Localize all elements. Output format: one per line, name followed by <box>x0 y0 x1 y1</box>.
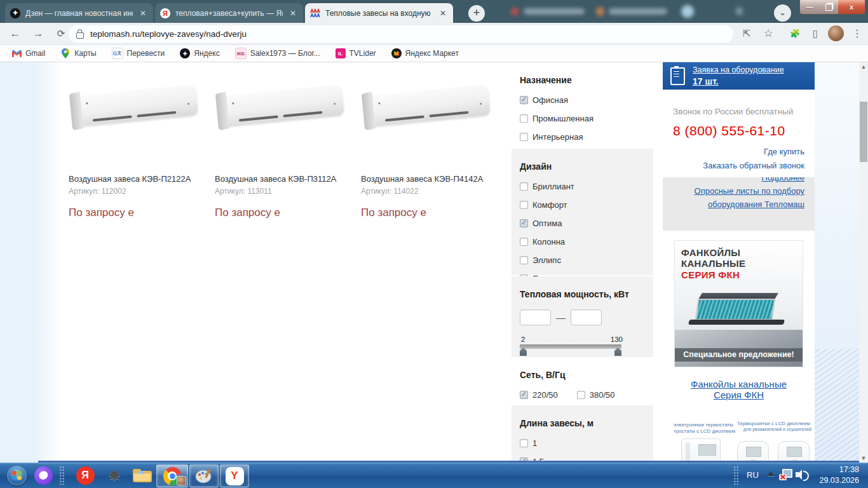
fancoil-series-link[interactable]: Фанкойлы канальные Серия ФКН <box>663 379 815 400</box>
equipment-request-panel[interactable]: Заявка на оборудование 17 шт. <box>663 62 815 90</box>
reload-button[interactable]: ⟳ <box>53 26 69 41</box>
tray-clock[interactable]: 17:38 29.03.2026 <box>813 464 859 486</box>
checkbox-icon[interactable] <box>520 219 528 227</box>
checkbox-icon[interactable] <box>520 391 528 399</box>
new-tab-button[interactable]: + <box>468 5 485 22</box>
blurred-item-icon[interactable] <box>681 5 694 18</box>
show-hidden-icons-arrow[interactable] <box>767 471 775 476</box>
bookmark-translate[interactable]: G文 Перевести <box>112 48 165 59</box>
menu-kebab-button[interactable]: ⋮ <box>849 26 865 41</box>
filter-option[interactable]: Комфорт <box>520 200 647 210</box>
language-indicator[interactable]: RU <box>747 463 759 488</box>
product-card[interactable]: Воздушная завеса КЭВ-П2122А Артикул: 112… <box>69 67 210 219</box>
filter-option[interactable]: Промышленная <box>520 114 647 123</box>
checkbox-icon[interactable] <box>520 256 528 264</box>
bookmark-star-button[interactable]: ☆ <box>760 26 776 41</box>
filter-option[interactable]: 380/50 <box>577 390 615 400</box>
side-panel-button[interactable]: ▯ <box>807 26 824 41</box>
filter-option[interactable]: Интерьерная <box>520 132 647 142</box>
taskbar-yandex-browser-button[interactable]: Y <box>220 464 249 487</box>
bookmark-tvlider[interactable]: IL TVLider <box>336 48 376 58</box>
checkbox-icon[interactable] <box>520 238 528 246</box>
tab-close-icon[interactable]: ✕ <box>138 8 148 18</box>
address-bar[interactable]: teplomash.ru/teplovye-zavesy/nad-dverju <box>69 25 733 43</box>
slider-handle-max[interactable] <box>614 348 621 356</box>
callback-link[interactable]: Заказать обратный звонок <box>673 161 804 170</box>
network-error-icon[interactable]: ✕ <box>780 469 792 479</box>
checkbox-icon[interactable] <box>520 96 528 104</box>
checkbox-icon[interactable] <box>520 439 528 447</box>
close-button[interactable]: x <box>838 0 865 14</box>
scrollbar-thumb[interactable] <box>860 102 867 162</box>
filter-option[interactable]: Эллипс <box>520 255 647 265</box>
power-min-input[interactable] <box>520 309 551 325</box>
blurred-item-icon[interactable] <box>596 7 604 16</box>
bookmark-yandex-market[interactable]: M Яндекс Маркет <box>391 48 459 58</box>
checkbox-icon[interactable] <box>520 133 528 141</box>
checkbox-icon[interactable] <box>520 182 528 191</box>
url-text[interactable]: teplomash.ru/teplovye-zavesy/nad-dverju <box>90 29 247 39</box>
back-button[interactable]: ← <box>8 26 23 41</box>
taskbar-explorer-button[interactable] <box>130 464 155 486</box>
checkbox-icon[interactable] <box>577 391 585 399</box>
product-image-air-curtain[interactable] <box>69 67 203 168</box>
checkbox-icon[interactable] <box>520 114 528 123</box>
bookmark-gmail[interactable]: Gmail <box>11 48 45 58</box>
equipment-request-qty[interactable]: 17 шт. <box>693 76 784 86</box>
filter-option[interactable]: Колонна <box>520 237 647 247</box>
filter-option[interactable]: Бриллиант <box>520 182 647 191</box>
blurred-item-icon[interactable] <box>511 8 519 15</box>
product-title[interactable]: Воздушная завеса КЭВ-П2122А <box>69 174 210 184</box>
filter-option[interactable]: Офисная <box>520 95 647 105</box>
thermostat-banner[interactable]: электронные термостаты тростаты с LCD ди… <box>666 410 811 463</box>
taskbar-yandex-button[interactable]: Я <box>72 464 98 486</box>
speaker-icon[interactable] <box>796 470 808 480</box>
survey-link-line2[interactable]: оборудования Тепломаш <box>673 200 804 209</box>
where-to-buy-link[interactable]: Где купить <box>673 147 804 156</box>
bookmark-yandex[interactable]: ✦ Яндекс <box>180 48 219 58</box>
fancoil-banner[interactable]: ФАНКОЙЛЫ КАНАЛЬНЫЕ СЕРИЯ ФКН Специальное… <box>675 241 803 367</box>
tab-yandex-search[interactable]: Я тепловая+завеса+купить — Янд ✕ <box>155 3 303 23</box>
taskbar-paint-button[interactable] <box>189 464 219 487</box>
mine-icon: ✸ <box>108 466 121 485</box>
restore-button[interactable] <box>819 0 838 14</box>
power-slider[interactable] <box>520 344 621 349</box>
filter-option[interactable]: 220/50 <box>520 390 558 400</box>
tab-close-icon[interactable]: ✕ <box>438 8 448 18</box>
share-button[interactable]: ⇱ <box>738 26 755 41</box>
lock-icon[interactable] <box>76 32 84 39</box>
tab-close-icon[interactable]: ✕ <box>288 8 298 18</box>
bookmark-maps[interactable]: Карты <box>60 48 96 58</box>
page-scrollbar[interactable]: ▲ ▼ <box>859 62 868 463</box>
filter-option[interactable]: Оптима <box>520 219 647 228</box>
power-max-input[interactable] <box>571 309 602 325</box>
taskbar-alice-button[interactable] <box>31 464 56 486</box>
slider-handle-min[interactable] <box>520 348 527 356</box>
filter-section-power: Тепловая мощность, кВт — 2 130 <box>512 276 653 357</box>
tab-search-button[interactable]: ⌄ <box>774 4 791 22</box>
product-card[interactable]: Воздушная завеса КЭВ-П4142А Артикул: 114… <box>361 67 502 219</box>
start-button[interactable] <box>4 464 29 486</box>
taskbar-chrome-button[interactable] <box>156 464 188 487</box>
product-image-air-curtain[interactable] <box>215 67 349 168</box>
filter-option[interactable]: 1 <box>520 438 647 448</box>
bookmark-salex[interactable]: ЖБ Salex1973 — Блог... <box>235 48 320 59</box>
tab-teplomash-active[interactable]: Тепловые завесы на входную д ✕ <box>305 3 453 23</box>
blurred-item-icon[interactable] <box>736 7 743 15</box>
survey-link-line1[interactable]: Опросные листы по подбору <box>673 186 804 196</box>
tab-dzen[interactable]: ✦ Дзен — главная новостная инф ✕ <box>5 3 153 23</box>
profile-avatar[interactable] <box>828 25 844 41</box>
forward-button[interactable]: → <box>31 26 46 41</box>
product-image-air-curtain[interactable] <box>361 67 496 168</box>
checkbox-icon[interactable] <box>520 201 528 209</box>
scroll-down-icon[interactable]: ▼ <box>859 454 868 463</box>
scroll-up-icon[interactable]: ▲ <box>859 62 868 72</box>
product-title[interactable]: Воздушная завеса КЭВ-П3112А <box>215 174 356 184</box>
extensions-puzzle-button[interactable]: 🧩 <box>787 26 803 41</box>
taskbar-minesweeper-button[interactable]: ✸ <box>102 464 127 486</box>
equipment-request-link[interactable]: Заявка на оборудование <box>693 65 784 74</box>
minimize-button[interactable]: — <box>800 0 819 14</box>
product-title[interactable]: Воздушная завеса КЭВ-П4142А <box>361 174 502 184</box>
blurred-item-label <box>609 8 667 15</box>
product-card[interactable]: Воздушная завеса КЭВ-П3112А Артикул: 113… <box>215 67 356 219</box>
